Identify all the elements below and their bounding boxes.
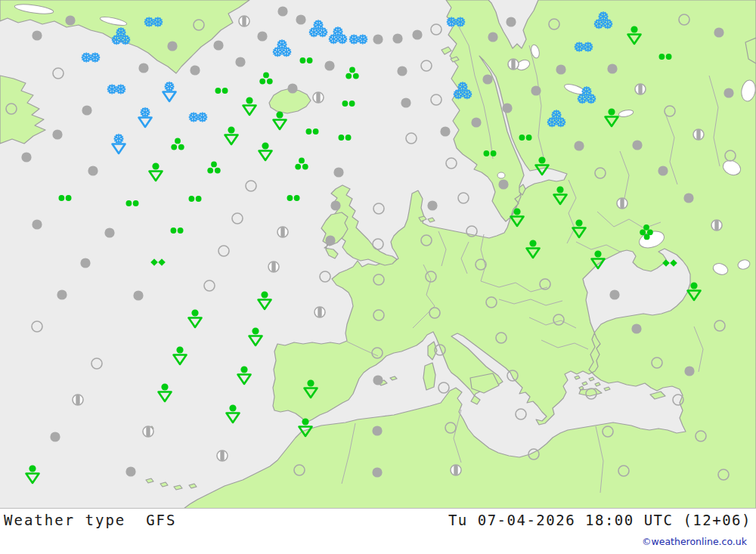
- marker-cloudy-filled-gray-circle: [277, 6, 287, 16]
- map-title: Weather type GFS: [4, 512, 176, 528]
- marker-partly-cloudy-circle-with-bar: [711, 220, 722, 231]
- lake-vanern: [497, 172, 505, 178]
- marker-partly-cloudy-circle-with-bar: [268, 262, 279, 272]
- marker-cloudy-filled-gray-circle: [32, 219, 42, 229]
- marker-partly-cloudy-circle-with-bar: [451, 465, 461, 475]
- marker-cloudy-filled-gray-circle: [324, 60, 334, 70]
- marker-cloudy-filled-gray-circle: [427, 200, 437, 210]
- map-canvas: [0, 0, 756, 509]
- marker-cloudy-filled-gray-circle: [632, 140, 642, 150]
- marker-cloudy-filled-gray-circle: [333, 167, 343, 177]
- marker-partly-cloudy-circle-with-bar: [313, 92, 324, 103]
- marker-partly-cloudy-circle-with-bar: [217, 450, 228, 461]
- marker-partly-cloudy-circle-with-bar: [143, 426, 153, 437]
- marker-cloudy-filled-gray-circle: [397, 66, 407, 76]
- marker-cloudy-filled-gray-circle: [482, 74, 492, 84]
- marker-cloudy-filled-gray-circle: [723, 88, 733, 97]
- marker-cloudy-filled-gray-circle: [372, 426, 382, 435]
- marker-partly-cloudy-circle-with-bar: [73, 395, 83, 405]
- marker-cloudy-filled-gray-circle: [138, 63, 148, 73]
- marker-cloudy-filled-gray-circle: [88, 166, 98, 175]
- marker-cloudy-filled-gray-circle: [502, 103, 512, 113]
- marker-cloudy-filled-gray-circle: [683, 193, 693, 203]
- marker-partly-cloudy-circle-with-bar: [277, 227, 288, 237]
- marker-cloudy-filled-gray-circle: [287, 83, 297, 93]
- marker-cloudy-filled-gray-circle: [609, 289, 619, 299]
- marker-cloudy-filled-gray-circle: [325, 235, 335, 245]
- marker-partly-cloudy-circle-with-bar: [635, 84, 646, 94]
- marker-cloudy-filled-gray-circle: [373, 375, 383, 385]
- marker-cloudy-filled-gray-circle: [531, 85, 541, 95]
- marker-cloudy-filled-gray-circle: [235, 57, 245, 67]
- marker-cloudy-filled-gray-circle: [471, 117, 481, 127]
- marker-partly-cloudy-circle-with-bar: [314, 307, 325, 317]
- marker-cloudy-filled-gray-circle: [21, 152, 31, 162]
- marker-cloudy-filled-gray-circle: [714, 27, 723, 37]
- marker-cloudy-filled-gray-circle: [257, 31, 267, 41]
- marker-cloudy-filled-gray-circle: [658, 166, 668, 175]
- marker-cloudy-filled-gray-circle: [65, 15, 75, 25]
- marker-cloudy-filled-gray-circle: [574, 141, 584, 150]
- caption-bar: Weather type GFS Tu 07-04-2026 18:00 UTC…: [0, 509, 756, 554]
- marker-cloudy-filled-gray-circle: [190, 65, 200, 75]
- marker-cloudy-filled-gray-circle: [631, 323, 641, 333]
- marker-cloudy-filled-gray-circle: [296, 14, 305, 24]
- marker-cloudy-filled-gray-circle: [607, 63, 617, 73]
- marker-cloudy-filled-gray-circle: [488, 32, 497, 42]
- marker-cloudy-filled-gray-circle: [330, 200, 340, 210]
- marker-cloudy-filled-gray-circle: [556, 64, 565, 74]
- marker-cloudy-filled-gray-circle: [80, 258, 90, 268]
- marker-cloudy-filled-gray-circle: [372, 467, 382, 477]
- weather-map: [0, 0, 756, 509]
- marker-partly-cloudy-circle-with-bar: [693, 129, 704, 140]
- credit-link[interactable]: ©weatheronline.co.uk: [642, 536, 747, 547]
- marker-cloudy-filled-gray-circle: [506, 17, 516, 26]
- marker-cloudy-filled-gray-circle: [57, 289, 67, 299]
- marker-cloudy-filled-gray-circle: [52, 129, 62, 139]
- marker-cloudy-filled-gray-circle: [412, 29, 422, 39]
- marker-cloudy-filled-gray-circle: [373, 34, 383, 44]
- marker-partly-cloudy-circle-with-bar: [239, 16, 249, 26]
- marker-cloudy-filled-gray-circle: [125, 466, 135, 476]
- marker-cloudy-filled-gray-circle: [167, 41, 177, 51]
- map-timestamp: Tu 07-04-2026 18:00 UTC (12+06): [448, 512, 751, 528]
- marker-cloudy-filled-gray-circle: [82, 105, 91, 115]
- marker-cloudy-filled-gray-circle: [104, 227, 114, 237]
- marker-partly-cloudy-circle-with-bar: [617, 198, 627, 209]
- marker-cloudy-filled-gray-circle: [50, 432, 60, 441]
- marker-cloudy-filled-gray-circle: [32, 30, 42, 40]
- marker-cloudy-filled-gray-circle: [440, 126, 450, 136]
- marker-cloudy-filled-gray-circle: [213, 40, 223, 50]
- marker-cloudy-filled-gray-circle: [133, 290, 143, 300]
- marker-partly-cloudy-circle-with-bar: [508, 59, 519, 70]
- marker-cloudy-filled-gray-circle: [401, 97, 411, 107]
- land-sardinia: [423, 363, 435, 390]
- marker-cloudy-filled-gray-circle: [684, 366, 694, 376]
- marker-cloudy-filled-gray-circle: [392, 33, 402, 43]
- weather-map-page: Weather type GFS Tu 07-04-2026 18:00 UTC…: [0, 0, 756, 554]
- marker-cloudy-filled-gray-circle: [498, 179, 508, 189]
